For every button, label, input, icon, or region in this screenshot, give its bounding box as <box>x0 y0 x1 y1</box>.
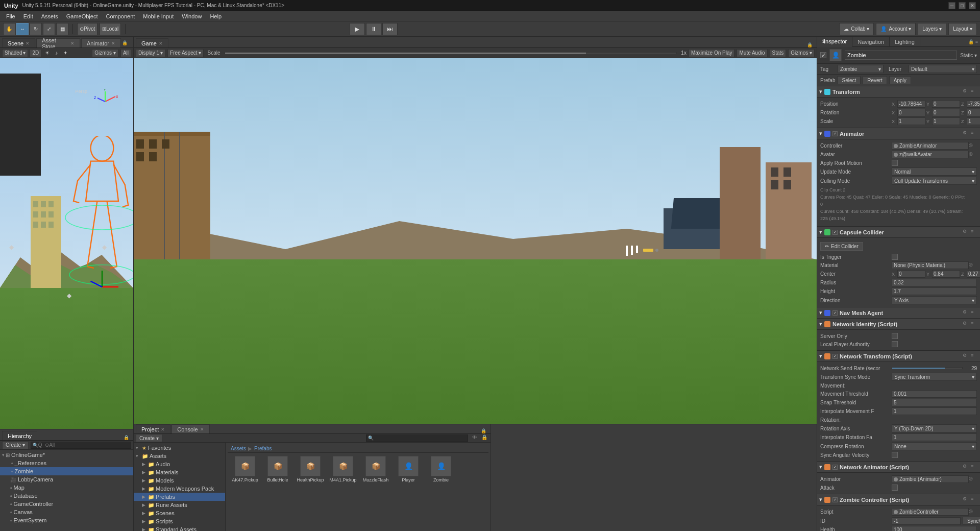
rot-z-input[interactable] <box>967 109 980 116</box>
hierarchy-lock[interactable]: 🔒 <box>124 435 129 440</box>
interpolate-movement-input[interactable] <box>892 407 977 415</box>
nav-settings-icon[interactable]: ⚙ <box>963 309 970 317</box>
na-menu-icon[interactable]: ≡ <box>971 464 978 471</box>
account-button[interactable]: 👤 Account ▾ <box>876 23 916 35</box>
maximize-on-play-btn[interactable]: Maximize On Play <box>689 49 735 57</box>
inspector-menu-icon[interactable]: ≡ <box>975 39 978 44</box>
tab-project[interactable]: Project ✕ <box>136 424 170 433</box>
menu-mobile-input[interactable]: Mobile Input <box>139 11 178 21</box>
local-btn[interactable]: ⊞ Local <box>100 23 121 35</box>
edit-collider-btn[interactable]: ✏ Edit Collider <box>820 242 863 251</box>
transform-header[interactable]: ▾ Transform ⚙ ≡ <box>817 86 980 98</box>
menu-gameobject[interactable]: GameObject <box>62 11 102 21</box>
go-static-label[interactable]: Static ▾ <box>960 53 977 58</box>
layers-button[interactable]: Layers ▾ <box>918 23 946 35</box>
local-player-checkbox[interactable] <box>892 341 898 347</box>
apply-root-checkbox[interactable] <box>892 160 898 166</box>
na-attack-checkbox[interactable] <box>892 485 898 491</box>
center-z-input[interactable] <box>967 270 980 278</box>
animator-header[interactable]: ▾ ✓ Animator ⚙ ≡ <box>817 128 980 139</box>
favorites-folder[interactable]: ▾ ★ Favorites <box>134 444 225 452</box>
folder-audio[interactable]: ▶ 📁 Audio <box>134 460 225 468</box>
controller-field[interactable]: ZombieAnimator <box>892 142 969 150</box>
asset-m4a1[interactable]: 📦 M4A1.Pickup <box>328 455 358 484</box>
material-field[interactable]: None (Physic Material) <box>892 261 969 269</box>
asset-muzzle[interactable]: 📦 MuzzleFlash <box>360 455 391 484</box>
network-identity-header[interactable]: ▾ Network Identity (Script) ⚙ ≡ <box>817 319 980 330</box>
asset-store-close[interactable]: ✕ <box>70 41 75 46</box>
culling-mode-dropdown[interactable]: Cull Update Transforms ▾ <box>892 177 977 185</box>
tab-navigation[interactable]: Navigation <box>852 37 890 47</box>
scene-audio-btn[interactable]: ♪ <box>53 50 60 56</box>
maximize-button[interactable]: □ <box>959 2 966 9</box>
hand-tool[interactable]: ✋ <box>3 23 15 35</box>
snap-threshold-input[interactable] <box>892 399 977 406</box>
pos-z-input[interactable] <box>967 100 980 108</box>
menu-window[interactable]: Window <box>178 11 206 21</box>
tree-item-event-system[interactable]: ▫ EventSystem <box>0 516 133 524</box>
scale-tool[interactable]: ⤢ <box>43 23 55 35</box>
revert-btn[interactable]: Revert <box>863 76 887 84</box>
zc-syncvar-btn[interactable]: SyncVar <box>963 517 980 525</box>
mute-audio-btn[interactable]: Mute Audio <box>737 49 767 57</box>
ni-settings-icon[interactable]: ⚙ <box>963 321 970 328</box>
project-search[interactable]: 🔍 <box>366 435 468 442</box>
pos-x-input[interactable] <box>897 100 925 108</box>
folder-rune[interactable]: ▶ 📁 Rune Assets <box>134 501 225 509</box>
rotation-axis-dropdown[interactable]: Y (Top-Down 2D) ▾ <box>892 424 977 432</box>
nav-mesh-header[interactable]: ▾ ✓ Nav Mesh Agent ⚙ ≡ <box>817 307 980 319</box>
rotate-tool[interactable]: ↻ <box>30 23 42 35</box>
tab-game[interactable]: Game ✕ <box>136 38 168 47</box>
animator-active-checkbox[interactable]: ✓ <box>832 131 838 136</box>
menu-file[interactable]: File <box>2 11 19 21</box>
folder-modern-weapons[interactable]: ▶ 📁 Modern Weapons Pack <box>134 485 225 493</box>
assets-root[interactable]: ▾ 📁 Assets <box>134 452 225 460</box>
server-only-checkbox[interactable] <box>892 333 898 339</box>
rect-tool[interactable]: ▦ <box>56 23 68 35</box>
project-eye-icon[interactable]: 👁 <box>472 435 479 442</box>
pivot-btn[interactable]: ⊙ Pivot <box>77 23 97 35</box>
hierarchy-create-btn[interactable]: Create ▾ <box>2 441 29 449</box>
animator-menu-icon[interactable]: ≡ <box>971 130 978 137</box>
scene-lighting-btn[interactable]: ☀ <box>43 50 52 56</box>
na-active-checkbox[interactable]: ✓ <box>832 465 838 470</box>
game-gizmos-btn[interactable]: Gizmos ▾ <box>788 49 815 57</box>
na-settings-icon[interactable]: ⚙ <box>963 464 970 471</box>
scale-y-input[interactable] <box>932 117 960 125</box>
capsule-active-checkbox[interactable]: ✓ <box>832 230 838 235</box>
animator-settings-icon[interactable]: ⚙ <box>963 130 970 137</box>
menu-help[interactable]: Help <box>206 11 226 21</box>
material-link-icon[interactable]: ◎ <box>969 262 977 269</box>
breadcrumb-assets[interactable]: Assets <box>231 446 246 451</box>
zc-id-input[interactable] <box>892 517 961 525</box>
folder-scenes[interactable]: ▶ 📁 Scenes <box>134 509 225 517</box>
layer-dropdown[interactable]: Default ▾ <box>909 65 977 73</box>
tree-item-database[interactable]: ▫ Database <box>0 492 133 500</box>
select-btn[interactable]: Select <box>837 76 861 84</box>
compress-rot-dropdown[interactable]: None ▾ <box>892 442 977 450</box>
height-input[interactable] <box>892 287 977 295</box>
tree-item-lobby[interactable]: 🎥 LobbyCamera <box>0 475 133 484</box>
tree-item-zombie[interactable]: ▫ Zombie <box>0 467 133 475</box>
zc-active-checkbox[interactable]: ✓ <box>832 497 838 502</box>
project-close[interactable]: ✕ <box>161 427 165 432</box>
menu-edit[interactable]: Edit <box>19 11 37 21</box>
menu-assets[interactable]: Assets <box>37 11 62 21</box>
nt-menu-icon[interactable]: ≡ <box>971 353 978 360</box>
project-lock-icon[interactable]: 🔒 <box>481 428 486 433</box>
tab-asset-store[interactable]: Asset Store ✕ <box>36 38 80 47</box>
layout-button[interactable]: Layout ▾ <box>948 23 977 35</box>
sync-mode-dropdown[interactable]: Sync Transform ▾ <box>892 373 977 381</box>
asset-zombie[interactable]: 👤 Zombie <box>426 455 456 484</box>
project-lock-btn[interactable]: 🔒 <box>481 435 488 442</box>
nav-active-checkbox[interactable]: ✓ <box>832 310 838 316</box>
game-lock-icon[interactable]: 🔒 <box>807 42 813 47</box>
inspector-lock-icon[interactable]: 🔒 <box>968 39 974 44</box>
asset-ak47[interactable]: 📦 AK47.Pickup <box>230 455 260 484</box>
capsule-settings-icon[interactable]: ⚙ <box>963 229 970 236</box>
all-filter-dropdown[interactable]: All <box>120 49 131 57</box>
tab-scene[interactable]: Scene ✕ <box>2 38 35 47</box>
menu-component[interactable]: Component <box>102 11 139 21</box>
shaded-dropdown[interactable]: Shaded ▾ <box>2 49 28 57</box>
2d-btn[interactable]: 2D <box>30 49 41 57</box>
